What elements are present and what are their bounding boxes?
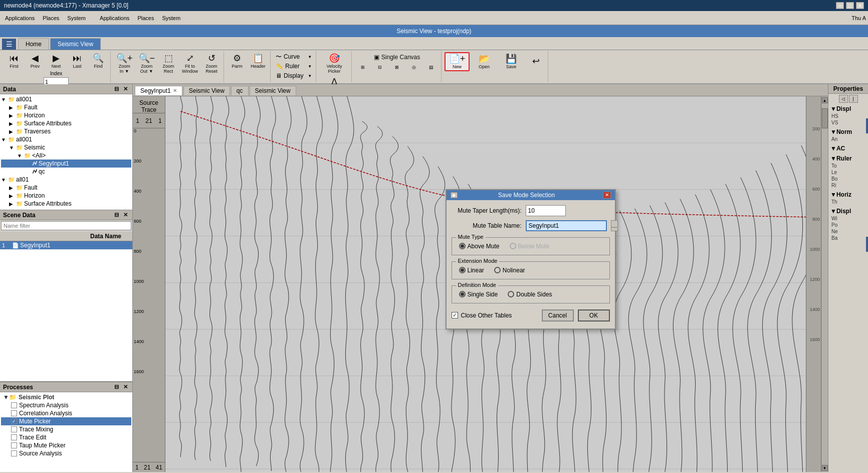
layout2-btn[interactable]: ⊟ — [372, 64, 388, 71]
scene-collapse-icon[interactable]: ⊟ — [112, 211, 120, 219]
tree-item-all001-2[interactable]: ▼ 📁 all001 — [1, 135, 131, 143]
linear-radio[interactable]: Linear — [459, 267, 484, 274]
app-menu-btn[interactable]: ☰ — [2, 39, 16, 50]
proc-taup-mute[interactable]: Taup Mute Picker — [1, 441, 131, 449]
curve-btn[interactable]: 〜 Curve ▼ — [274, 52, 314, 61]
sys-system2[interactable]: System — [159, 14, 183, 22]
name-filter-input[interactable] — [1, 221, 131, 230]
prop-th[interactable]: Th — [829, 199, 867, 205]
tree-item-horizon2[interactable]: ▶ 📁 Horizon — [1, 192, 131, 200]
prop-group-horiz-header[interactable]: ▼ Horiz — [829, 191, 867, 199]
toggle-fault1[interactable]: ▶ — [9, 105, 15, 110]
proc-cb-trace-mix[interactable] — [11, 426, 17, 432]
toggle-all001-2[interactable]: ▼ — [1, 137, 7, 142]
proc-spectrum[interactable]: Spectrum Analysis — [1, 401, 131, 409]
mute-table-input[interactable] — [526, 220, 607, 231]
tab-seismic-view[interactable]: Seismic View — [50, 38, 101, 50]
doc-tab-seismic-view1[interactable]: Seismic View — [183, 86, 230, 95]
toggle-horizon1[interactable]: ▶ — [9, 113, 15, 118]
prop-group-display1-header[interactable]: ▼ Displ — [829, 105, 867, 113]
fit-to-window-btn[interactable]: ⤢ Fit toWindow — [179, 52, 200, 75]
cancel-button[interactable]: Cancel — [542, 309, 574, 322]
nonlinear-radio[interactable]: Nolinear — [494, 267, 525, 274]
ok-button[interactable]: OK — [578, 309, 610, 322]
toggle-seismic1[interactable]: ▼ — [9, 145, 15, 150]
toggle-traverses1[interactable]: ▶ — [9, 129, 15, 134]
toggle-surface-attr2[interactable]: ▶ — [9, 201, 15, 207]
sys-app1[interactable]: Applications — [2, 14, 38, 22]
prop-group-display2-header[interactable]: ▼ Displ — [829, 207, 867, 215]
prop-group-ac-header[interactable]: ▼ AC — [829, 144, 867, 152]
toggle-horizon2[interactable]: ▶ — [9, 193, 15, 199]
sys-app2[interactable]: Applications — [97, 14, 132, 22]
prop-wi[interactable]: Wi — [829, 215, 867, 222]
layout3-btn[interactable]: ⊠ — [389, 64, 405, 71]
tree-item-qc1[interactable]: 🗲 qc — [1, 168, 131, 176]
save-btn[interactable]: 💾 Save — [499, 53, 524, 71]
tree-item-fault1[interactable]: ▶ 📁 Fault — [1, 103, 131, 111]
single-canvas-btn[interactable]: ▣ Single Canvas — [371, 52, 422, 62]
minimize-btn[interactable]: ─ — [836, 2, 844, 9]
proc-trace-edit[interactable]: Trace Edit — [1, 433, 131, 441]
maximize-btn[interactable]: □ — [846, 2, 854, 9]
zoom-reset-btn[interactable]: ↺ ZoomReset — [201, 52, 222, 75]
proc-cb-correlation[interactable] — [11, 410, 17, 416]
doc-tab-qc[interactable]: qc — [231, 86, 249, 95]
prop-tab-1[interactable]: ◁ — [839, 95, 848, 103]
last-btn[interactable]: ⏭ Last — [67, 52, 87, 70]
toggle-all01[interactable]: ▼ — [1, 177, 7, 183]
proc-cb-mute[interactable]: ✓ — [11, 418, 17, 424]
prop-ri[interactable]: Ri — [829, 182, 867, 189]
tree-item-segyinput1[interactable]: 🗲 SegyInput1 — [1, 160, 131, 168]
prop-bo[interactable]: Bo — [829, 176, 867, 182]
prop-le[interactable]: Le — [829, 169, 867, 176]
prev-btn[interactable]: ◀ Prev — [25, 52, 45, 70]
prop-group-norm-header[interactable]: ▼ Norm — [829, 128, 867, 136]
prop-ne[interactable]: Ne — [829, 228, 867, 235]
find-btn[interactable]: 🔍 Find — [88, 52, 108, 70]
tree-item-traverses1[interactable]: ▶ 📁 Traverses — [1, 127, 131, 135]
prop-an[interactable]: An — [829, 136, 867, 142]
doc-tab-seismic-view2[interactable]: Seismic View — [250, 86, 296, 95]
toggle-fault2[interactable]: ▶ — [9, 185, 15, 191]
sys-places1[interactable]: Places — [40, 14, 62, 22]
sys-system1[interactable]: System — [64, 14, 89, 22]
mute-taper-input[interactable] — [526, 205, 566, 216]
zoom-out-btn[interactable]: 🔍− ZoomOut ▼ — [136, 52, 158, 75]
velocity-picker-btn[interactable]: 🎯 VelocityPicker — [319, 52, 349, 75]
tree-item-all001[interactable]: ▼ 📁 all001 — [1, 95, 131, 103]
tree-item-surface-attr2[interactable]: ▶ 📁 Surface Attributes — [1, 200, 131, 208]
double-sides-radio[interactable]: Double Sides — [508, 291, 552, 298]
dialog-close-btn[interactable]: ✕ — [603, 192, 611, 199]
tree-item-all01[interactable]: ▼ 📁 all01 — [1, 176, 131, 184]
data-collapse-icon[interactable]: ⊟ — [112, 85, 120, 93]
proc-cb-taup[interactable] — [11, 442, 17, 448]
window-controls[interactable]: ─ □ ✕ — [836, 2, 864, 9]
proc-trace-mixing[interactable]: Trace Mixing — [1, 425, 131, 433]
new-btn[interactable]: 📄+ New — [445, 52, 470, 71]
proc-seismic-plot-group[interactable]: ▼ 📁 Seismic Plot — [1, 393, 131, 401]
display-btn[interactable]: 🖥 Display ▼ — [274, 71, 314, 80]
above-mute-radio[interactable]: Above Mute — [459, 243, 500, 250]
prop-hs[interactable]: HS — [829, 113, 867, 119]
prop-vs[interactable]: VS — [829, 119, 867, 126]
ruler-btn[interactable]: 📏 Ruler ▼ — [274, 62, 314, 71]
close-other-tables-checkbox[interactable] — [452, 312, 458, 319]
sys-places2[interactable]: Places — [134, 14, 157, 22]
parm-btn[interactable]: ⚙ Parm — [227, 52, 247, 70]
below-mute-radio[interactable]: Below Mute — [510, 243, 550, 250]
tree-item-horizon1[interactable]: ▶ 📁 Horizon — [1, 111, 131, 119]
proc-cb-trace-edit[interactable] — [11, 434, 17, 440]
header-btn[interactable]: 📋 Header — [248, 52, 268, 70]
prop-group-ruler-header[interactable]: ▼ Ruler — [829, 154, 867, 163]
close-btn[interactable]: ✕ — [856, 2, 864, 9]
layout4-btn[interactable]: ◎ — [406, 64, 422, 71]
scene-close-icon[interactable]: ✕ — [121, 211, 129, 219]
tree-item-surface-attr1[interactable]: ▶ 📁 Surface Attributes — [1, 119, 131, 127]
layout1-btn[interactable]: ⊞ — [355, 64, 371, 71]
open-btn[interactable]: 📂 Open — [472, 53, 497, 71]
next-btn[interactable]: ▶ Next — [46, 52, 66, 70]
data-close-icon[interactable]: ✕ — [121, 85, 129, 93]
zoom-in-btn[interactable]: 🔍+ ZoomIn ▼ — [114, 52, 135, 75]
doc-tab-segyinput1[interactable]: SegyInput1 ✕ — [135, 86, 182, 95]
